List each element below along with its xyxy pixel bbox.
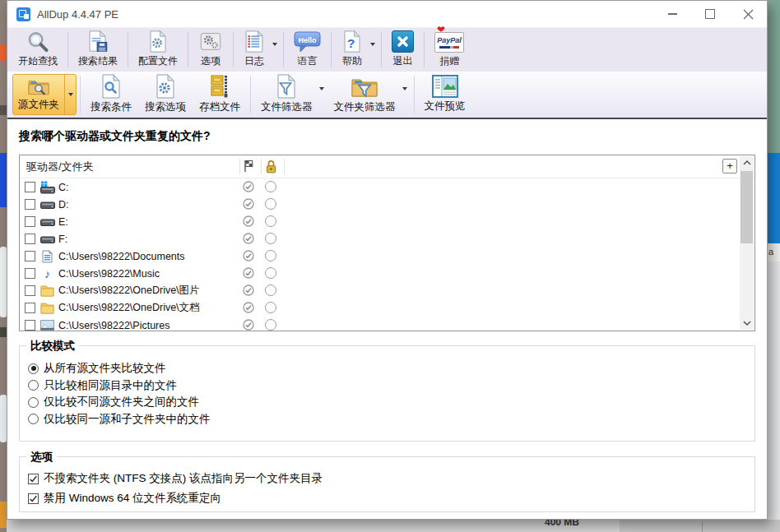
column-divider bbox=[284, 159, 285, 174]
help-button[interactable]: ? 帮助 bbox=[334, 28, 370, 72]
radio[interactable] bbox=[28, 380, 39, 391]
search-enabled-icon[interactable] bbox=[243, 285, 254, 296]
toolbar-separator bbox=[331, 32, 332, 67]
protect-circle[interactable] bbox=[265, 285, 276, 296]
source-folders-dropdown-button[interactable] bbox=[64, 75, 76, 114]
minimize-button[interactable] bbox=[653, 1, 691, 27]
row-path: E: bbox=[58, 216, 68, 228]
protect-circle[interactable] bbox=[265, 181, 276, 192]
tab-file-preview[interactable]: 文件预览 bbox=[418, 72, 472, 117]
protect-circle[interactable] bbox=[265, 302, 276, 313]
search-enabled-icon[interactable] bbox=[243, 181, 254, 192]
tab-search-options[interactable]: 搜索选项 bbox=[138, 72, 193, 118]
desktop-background-left bbox=[0, 0, 7, 532]
protect-circle[interactable] bbox=[265, 319, 276, 331]
protect-circle[interactable] bbox=[265, 250, 276, 261]
list-item-documents[interactable]: C:\Users\98222\Documents bbox=[20, 247, 754, 265]
main-toolbar: 开始查找 搜索结果 配置文件 bbox=[7, 27, 767, 72]
list-item-onedrive-documents[interactable]: C:\Users\98222\OneDrive\文档 bbox=[20, 299, 754, 317]
search-enabled-icon[interactable] bbox=[243, 302, 254, 313]
search-flag-icon[interactable] bbox=[244, 160, 253, 173]
row-checkbox[interactable] bbox=[25, 320, 35, 331]
radio[interactable] bbox=[28, 414, 39, 424]
tab-search-criteria[interactable]: 搜索条件 bbox=[84, 72, 138, 118]
column-divider bbox=[239, 159, 240, 174]
row-checkbox[interactable] bbox=[25, 199, 35, 210]
option-disable-redirection[interactable]: 禁用 Windows 64 位文件系统重定向 bbox=[28, 488, 754, 508]
add-folder-button[interactable]: + bbox=[722, 159, 737, 173]
list-scrollbar[interactable] bbox=[740, 156, 754, 330]
row-checkbox[interactable] bbox=[25, 234, 35, 244]
close-icon bbox=[743, 9, 754, 20]
list-item-drive-e[interactable]: E: bbox=[20, 213, 754, 230]
protect-circle[interactable] bbox=[265, 267, 276, 279]
file-filter-dropdown-button[interactable] bbox=[319, 87, 327, 102]
list-item-pictures[interactable]: C:\Users\98222\Pictures bbox=[20, 317, 754, 331]
compare-option-all-sources[interactable]: 从所有源文件夹比较文件 bbox=[28, 360, 754, 377]
help-dropdown-button[interactable] bbox=[370, 28, 378, 72]
options-button[interactable]: 选项 bbox=[191, 28, 230, 72]
profiles-button[interactable]: 配置文件 bbox=[131, 28, 185, 72]
radio[interactable] bbox=[28, 397, 39, 408]
row-checkbox[interactable] bbox=[25, 303, 35, 313]
search-enabled-icon[interactable] bbox=[243, 250, 254, 261]
list-item-drive-f[interactable]: F: bbox=[20, 230, 754, 247]
folder-filter-dropdown-button[interactable] bbox=[402, 87, 411, 102]
protect-circle[interactable] bbox=[265, 233, 276, 244]
list-item-music[interactable]: ♪ C:\Users\98222\Music bbox=[20, 265, 754, 282]
options-group: 选项 不搜索文件夹 (NTFS 交接点) 该点指向另一个文件夹目录 禁用 Win… bbox=[19, 456, 755, 512]
row-checkbox[interactable] bbox=[25, 182, 35, 192]
search-enabled-icon[interactable] bbox=[243, 267, 254, 279]
list-item-onedrive-pictures[interactable]: C:\Users\98222\OneDrive\图片 bbox=[20, 282, 754, 299]
scroll-up-button[interactable] bbox=[740, 156, 754, 169]
option-ntfs-junction[interactable]: 不搜索文件夹 (NTFS 交接点) 该点指向另一个文件夹目录 bbox=[28, 469, 754, 488]
tab-archive-files[interactable]: 存档文件 bbox=[193, 72, 247, 118]
radio-label: 从所有源文件夹比较文件 bbox=[44, 361, 166, 376]
row-checkbox[interactable] bbox=[25, 216, 35, 227]
tab-label: 文件筛选器 bbox=[261, 100, 313, 114]
radio-selected[interactable] bbox=[28, 363, 39, 374]
compare-option-source-and-subfolders[interactable]: 仅比较同一源和子文件夹中的文件 bbox=[28, 411, 754, 428]
search-enabled-icon[interactable] bbox=[243, 198, 254, 210]
checkbox-checked[interactable] bbox=[28, 474, 39, 484]
toolbar-button-label: 退出 bbox=[393, 54, 413, 68]
search-enabled-icon[interactable] bbox=[243, 233, 254, 244]
scroll-down-button[interactable] bbox=[740, 317, 754, 330]
lock-icon[interactable] bbox=[266, 160, 276, 173]
tab-source-folders[interactable]: 源文件夹 bbox=[12, 74, 77, 115]
close-button[interactable] bbox=[729, 1, 767, 27]
compare-option-different-sources[interactable]: 仅比较不同源文件夹之间的文件 bbox=[28, 394, 754, 411]
protect-circle[interactable] bbox=[265, 198, 276, 210]
log-button[interactable]: 日志 bbox=[236, 28, 272, 72]
scrollbar-thumb[interactable] bbox=[741, 171, 753, 243]
tab-folder-filter[interactable]: 文件夹筛选器 bbox=[327, 72, 402, 118]
row-checkbox[interactable] bbox=[25, 268, 35, 279]
list-item-drive-d[interactable]: D: bbox=[20, 196, 754, 213]
search-enabled-icon[interactable] bbox=[243, 215, 254, 227]
list-item-drive-c[interactable]: C: bbox=[20, 178, 754, 196]
tab-label: 源文件夹 bbox=[18, 98, 59, 112]
titlebar: AllDup 4.4.47 PE bbox=[7, 1, 767, 27]
log-dropdown-button[interactable] bbox=[272, 28, 281, 72]
start-search-button[interactable]: 开始查找 bbox=[11, 28, 65, 72]
row-checkbox[interactable] bbox=[25, 251, 35, 261]
maximize-button[interactable] bbox=[691, 1, 729, 27]
exit-button[interactable]: 退出 bbox=[384, 28, 421, 72]
compare-option-same-source[interactable]: 只比较相同源目录中的文件 bbox=[28, 377, 754, 395]
protect-circle[interactable] bbox=[265, 215, 276, 227]
column-header-folders[interactable]: 驱动器/文件夹 bbox=[26, 160, 94, 174]
tab-file-filter[interactable]: 文件筛选器 bbox=[254, 72, 319, 118]
checkbox-checked[interactable] bbox=[28, 493, 39, 504]
search-enabled-icon[interactable] bbox=[243, 319, 254, 331]
search-results-button[interactable]: 搜索结果 bbox=[71, 28, 125, 72]
language-button[interactable]: Hello 语言 bbox=[286, 28, 328, 72]
tab-label: 文件预览 bbox=[425, 99, 466, 113]
desktop-icon-blob bbox=[0, 247, 7, 317]
desktop-icon-blob bbox=[0, 153, 7, 207]
donate-button[interactable]: ❤ PayPal 捐赠 bbox=[427, 28, 471, 72]
desktop-icon-blob bbox=[0, 502, 7, 528]
row-checkbox[interactable] bbox=[25, 285, 35, 296]
toolbar-separator bbox=[414, 76, 415, 113]
folder-icon bbox=[39, 285, 55, 298]
gears-panel-icon bbox=[198, 30, 223, 53]
